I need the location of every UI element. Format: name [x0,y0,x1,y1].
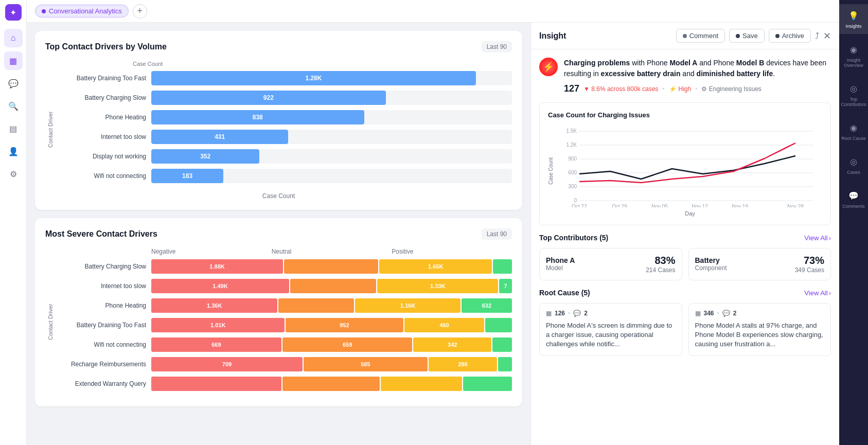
rs-top-contributors[interactable]: ◎ Top Contributors [839,77,868,112]
comments-label: Comments [842,204,865,209]
seg-extra: 7 [499,279,512,293]
contributor-pct: 83% [646,255,675,266]
insight-description: Charging problems with Phone Model A and… [564,58,831,79]
x-axis-label: Case Count [45,61,512,67]
nav-settings[interactable]: ⚙ [4,165,23,183]
view-all-text: View All [804,234,827,242]
nav-chat[interactable]: 💬 [4,74,23,93]
seg-negative: 1.49K [151,279,289,293]
rs-insights[interactable]: 💡 Insights [839,4,868,34]
bar-label: Wifi not connecting [64,172,146,180]
chart-x-footer-label: Case Count [45,192,512,200]
svg-text:Nov 05: Nov 05 [651,204,668,207]
bar-track: 1.28K [151,71,512,85]
bar-value: 838 [249,114,267,121]
stacked-bar-row: Internet too slow 1.49K 1.33K 7 [64,279,512,293]
stacked-header: Negative Neutral Positive [64,248,512,255]
tab-dot [42,9,46,13]
bar-track: 838 [151,110,512,124]
save-button[interactable]: Save [729,29,765,43]
rc-count2: 2 [584,310,588,317]
bar-value: 431 [210,133,229,140]
nav-analytics[interactable]: ▦ [4,51,23,70]
bar-label: Internet too slow [64,133,146,140]
stacked-bar-row: Wifi not connecting 669 659 342 [64,337,512,352]
bar-row: Phone Heating 838 [64,110,512,124]
bar-label: Phone Heating [64,114,146,121]
seg-positive: 460 [404,318,485,332]
stacked-bar-track [151,377,512,391]
contributor-type: Model [546,264,575,272]
rc-dot: • [717,310,719,317]
active-tab[interactable]: Conversational Analytics [35,5,129,17]
negative-label: Negative [151,248,272,255]
y-axis-label: Contact Driver [45,71,56,188]
stacked-bar-track: 1.88K 1.65K [151,259,512,274]
seg-extra [492,337,512,352]
stacked-chart-body: Negative Neutral Positive Battery Chargi… [64,248,512,396]
positive-label: Positive [392,248,512,255]
bar-label: Wifi not connecting [64,341,146,348]
insight-text: Charging problems with Phone Model A and… [564,58,831,94]
insight-panel: Insight Comment Save Archive [530,23,839,445]
nav-home[interactable]: ⌂ [4,29,23,47]
rs-root-cause[interactable]: ◉ Root Cause [839,116,868,146]
chart-badge: Last 90 [482,41,512,52]
stacked-bar-row: Phone Heating 1.36K 1.16K 632 [64,298,512,313]
insight-overview-label: Insight Overview [841,58,866,68]
close-icon[interactable]: ✕ [823,30,831,42]
contributors-view-all[interactable]: View All › [804,234,831,242]
insight-topbar: Insight Comment Save Archive [531,23,839,49]
insight-overview-icon: ◉ [847,43,860,56]
contributor-name: Phone A [546,256,575,264]
main-content: Conversational Analytics + Top Contact D… [27,0,839,445]
root-cause-view-all[interactable]: View All › [804,289,831,297]
rs-cases[interactable]: ◎ Cases [839,150,868,180]
svg-text:Nov 12: Nov 12 [692,204,708,207]
contributor-cases: 214 Cases [646,266,675,274]
nav-users[interactable]: 👤 [4,142,23,161]
insight-panel-title: Insight [539,31,566,41]
rs-comments[interactable]: 💬 Comments [839,184,868,214]
bar-label: Recharge Reimbursements [64,361,146,368]
contributor-cases: 349 Cases [795,266,824,274]
bar-row: Battery Draining Too Fast 1.28K [64,71,512,85]
add-tab-button[interactable]: + [133,4,147,19]
chart-title: Top Contact Drivers by Volume [45,42,167,51]
bar-fill: 183 [151,169,223,183]
comment-button[interactable]: Comment [676,29,725,43]
top-contributors-label: Top Contributors [841,97,866,107]
chart-badge: Last 90 [482,228,512,240]
rs-insight-overview[interactable]: ◉ Insight Overview [839,38,868,73]
bar-value: 922 [259,94,278,101]
stacked-bar-track: 709 585 280 [151,357,512,371]
rc-count: 126 [555,310,565,317]
seg-positive: 1.16K [355,298,460,313]
charts-panel: Top Contact Drivers by Volume Last 90 Ca… [27,23,530,445]
seg-neutral [290,279,376,293]
comment-dot [683,34,687,38]
priority-badge: ⚡ High [669,85,692,93]
archive-label: Archive [782,32,804,40]
seg-extra: 632 [462,298,512,313]
share-icon[interactable]: ⤴ [815,31,819,41]
stacked-bar-track: 1.49K 1.33K 7 [151,279,512,293]
meta-separator: • [662,85,664,93]
root-cause-title: Root Cause (5) [539,289,590,297]
bar-fill: 838 [151,110,364,124]
bar-value: 183 [178,172,197,180]
content-area: Top Contact Drivers by Volume Last 90 Ca… [27,23,839,445]
archive-button[interactable]: Archive [769,29,811,43]
contributors-title: Top Contributors (5) [539,234,608,242]
rc-icon: ▦ [695,310,701,317]
chart-header: Top Contact Drivers by Volume Last 90 [45,41,512,52]
seg-negative: 669 [151,337,281,352]
nav-search[interactable]: 🔍 [4,97,23,115]
view-all-text: View All [804,289,827,297]
insight-avatar: ⚡ [539,58,558,76]
section-header: Top Contributors (5) View All › [539,234,831,242]
case-count-chart-area: 1.5K 1.2K 900 600 300 0 [558,125,822,217]
nav-messages[interactable]: ▤ [4,119,23,138]
stacked-bar-row: Extended Warranty Query [64,377,512,391]
change-text: ▼ 8.6% across 800k cases [583,85,658,93]
